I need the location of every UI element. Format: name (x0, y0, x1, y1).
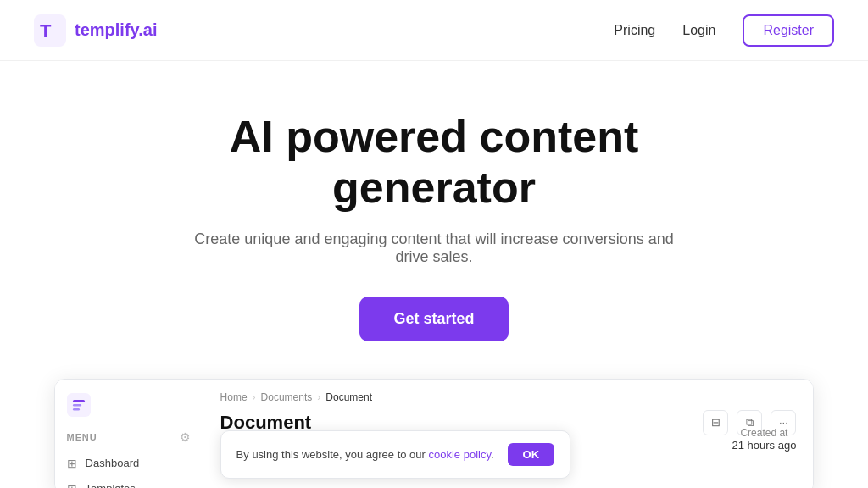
svg-text:T: T (40, 20, 52, 42)
main-nav: Pricing Login Register (614, 14, 834, 47)
sidebar-templates-label: Templates (86, 482, 136, 488)
login-link[interactable]: Login (682, 23, 715, 38)
hero-title: AI powered content generator (137, 112, 731, 214)
cookie-text: By using this website, you agree to our … (236, 448, 494, 461)
preview-main-content: Home › Documents › Document Document ⊟ ⧉… (203, 380, 814, 488)
created-at-label: Created at (732, 427, 796, 439)
breadcrumb-home: Home (220, 391, 248, 403)
menu-label: MENU (67, 432, 97, 442)
svg-rect-3 (73, 400, 85, 402)
logo-area[interactable]: T templify.ai (34, 14, 157, 47)
cookie-banner: By using this website, you agree to our … (220, 430, 571, 479)
dashboard-icon: ⊞ (67, 457, 77, 470)
breadcrumb-sep-1: › (253, 391, 256, 403)
created-at-panel: Created at 21 hours ago (732, 427, 796, 452)
register-button[interactable]: Register (743, 14, 834, 47)
site-header: T templify.ai Pricing Login Register (0, 0, 868, 61)
templates-icon: ⊞ (67, 482, 77, 488)
sidebar-menu-row: MENU ⚙ (55, 427, 203, 451)
sidebar-item-dashboard[interactable]: ⊞ Dashboard (55, 451, 203, 476)
breadcrumb: Home › Documents › Document (220, 391, 797, 403)
breadcrumb-sep-2: › (317, 391, 320, 403)
preview-window: MENU ⚙ ⊞ Dashboard ⊞ Templates Home › Do… (54, 379, 815, 488)
sidebar-logo-row (55, 390, 203, 427)
svg-rect-5 (73, 408, 80, 411)
logo-icon: T (34, 14, 66, 47)
get-started-button[interactable]: Get started (359, 297, 508, 341)
sidebar-dashboard-label: Dashboard (86, 457, 140, 469)
hero-section: AI powered content generator Create uniq… (0, 61, 868, 488)
breadcrumb-documents: Documents (261, 391, 313, 403)
sidebar-app-icon (67, 393, 91, 417)
svg-rect-4 (73, 404, 81, 407)
preview-sidebar: MENU ⚙ ⊞ Dashboard ⊞ Templates (55, 380, 203, 488)
hero-subtitle: Create unique and engaging content that … (188, 230, 680, 266)
created-at-time: 21 hours ago (732, 439, 796, 452)
save-icon-button[interactable]: ⊟ (703, 410, 728, 435)
pricing-link[interactable]: Pricing (614, 23, 655, 38)
breadcrumb-current: Document (326, 391, 372, 403)
sidebar-item-templates[interactable]: ⊞ Templates (55, 476, 203, 488)
cookie-policy-link[interactable]: cookie policy (429, 448, 491, 461)
cookie-ok-button[interactable]: OK (508, 443, 555, 466)
logo-text: templify.ai (75, 20, 157, 40)
settings-icon[interactable]: ⚙ (180, 430, 191, 444)
